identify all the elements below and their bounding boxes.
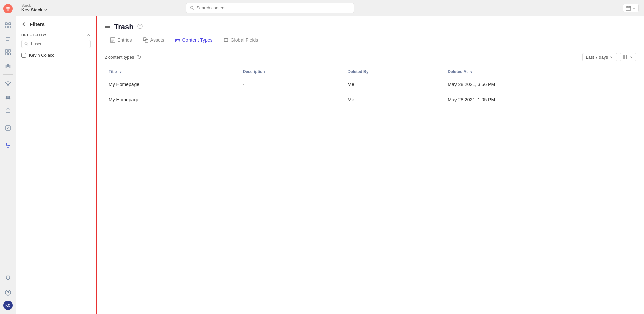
- col-deleted-by: Deleted By: [343, 67, 444, 77]
- nav-bell-icon[interactable]: [2, 272, 14, 284]
- filter-back-button[interactable]: [21, 22, 27, 27]
- col-description: Description: [239, 67, 344, 77]
- data-table: Title ∨ Description Deleted By Deleted A…: [105, 67, 636, 107]
- svg-point-17: [7, 98, 8, 99]
- topbar-brand: Stack Kev Stack: [21, 4, 48, 12]
- svg-point-11: [8, 53, 11, 55]
- cell-title: My Homepage: [105, 92, 239, 107]
- assets-tab-icon: [143, 37, 148, 43]
- table-area: 2 content types ↻ Last 7 days: [97, 47, 644, 113]
- search-icon: [190, 6, 194, 10]
- nav-entries-icon[interactable]: [2, 33, 14, 45]
- tab-assets[interactable]: Assets: [138, 33, 170, 47]
- table-row[interactable]: My Homepage - Me May 28 2021, 1:05 PM: [105, 92, 636, 107]
- cell-deleted-by: Me: [343, 77, 444, 92]
- svg-rect-8: [5, 50, 8, 52]
- dropdown-chevron-icon: [632, 6, 636, 10]
- page-header: Trash: [97, 16, 644, 32]
- topbar-actions: [623, 4, 639, 12]
- hamburger-icon[interactable]: [105, 23, 111, 31]
- days-filter-dropdown[interactable]: Last 7 days: [582, 53, 618, 61]
- svg-rect-10: [5, 53, 8, 55]
- columns-chevron: [630, 55, 633, 59]
- svg-rect-45: [143, 38, 146, 41]
- nav-tasks-icon[interactable]: [2, 122, 14, 134]
- filter-user-checkbox[interactable]: [21, 53, 26, 58]
- svg-rect-4: [9, 26, 11, 28]
- nav-content-types-icon[interactable]: [2, 46, 14, 58]
- columns-icon: [623, 54, 628, 60]
- deleted-at-sort-icon: ∨: [470, 70, 472, 74]
- table-row[interactable]: My Homepage - Me May 28 2021, 3:56 PM: [105, 77, 636, 92]
- columns-button[interactable]: [620, 53, 636, 61]
- nav-bottom: KC: [2, 271, 14, 310]
- table-toolbar-right: Last 7 days: [582, 53, 636, 61]
- nav-apps-icon[interactable]: [2, 91, 14, 103]
- tab-content-types[interactable]: Content Types: [170, 33, 218, 47]
- svg-point-40: [140, 25, 140, 26]
- col-title[interactable]: Title ∨: [105, 67, 239, 77]
- svg-rect-48: [623, 55, 625, 59]
- left-nav: KC: [0, 0, 16, 314]
- svg-point-13: [6, 97, 7, 98]
- brand-name: Stack: [21, 4, 48, 7]
- svg-rect-50: [627, 55, 628, 59]
- nav-dashboard-icon[interactable]: [2, 19, 14, 32]
- svg-rect-1: [5, 23, 7, 25]
- app-logo[interactable]: [3, 4, 13, 15]
- title-sort-icon: ∨: [119, 70, 122, 74]
- workspace-switcher[interactable]: Kev Stack: [21, 7, 48, 12]
- filter-header: Filters: [21, 21, 91, 27]
- nav-divider-2: [3, 119, 13, 119]
- svg-point-16: [6, 98, 7, 99]
- svg-point-14: [7, 97, 8, 98]
- page-info-icon[interactable]: [137, 24, 143, 30]
- cell-description: -: [239, 92, 344, 107]
- svg-point-26: [8, 294, 8, 294]
- nav-divider-3: [3, 137, 13, 137]
- svg-line-34: [27, 44, 28, 45]
- tabs-bar: Entries Assets Content Types: [97, 33, 644, 47]
- svg-point-12: [8, 85, 8, 86]
- nav-stack-icon[interactable]: [2, 60, 14, 72]
- nav-upload-icon[interactable]: [2, 104, 14, 116]
- page-main: Trash: [97, 16, 644, 314]
- table-refresh-button[interactable]: ↻: [137, 54, 141, 60]
- nav-filter-icon[interactable]: [2, 140, 14, 152]
- page-title: Trash: [114, 23, 134, 32]
- days-dropdown-chevron: [609, 55, 613, 59]
- tab-entries[interactable]: Entries: [105, 33, 138, 47]
- svg-rect-49: [625, 55, 626, 59]
- calendar-button[interactable]: [623, 4, 639, 12]
- svg-rect-29: [626, 6, 631, 10]
- cell-title: My Homepage: [105, 77, 239, 92]
- global-fields-tab-icon: [223, 37, 229, 43]
- main-wrapper: Stack Kev Stack: [16, 0, 644, 314]
- tab-global-fields[interactable]: Global Fields: [218, 33, 264, 47]
- table-count: 2 content types: [105, 55, 134, 60]
- col-deleted-at[interactable]: Deleted At ∨: [444, 67, 636, 77]
- content-area: Filters DELETED BY Kevin Colaco: [16, 16, 644, 314]
- nav-help-icon[interactable]: [2, 287, 14, 299]
- filter-user-item: Kevin Colaco: [21, 51, 91, 59]
- search-input[interactable]: [196, 5, 350, 10]
- filter-collapse-icon[interactable]: [86, 33, 91, 37]
- cell-description: -: [239, 77, 344, 92]
- search-input-wrap[interactable]: [186, 3, 354, 13]
- cell-deleted-by: Me: [343, 92, 444, 107]
- svg-point-27: [190, 6, 193, 9]
- filter-user-search-input[interactable]: [30, 42, 88, 46]
- svg-line-28: [193, 8, 194, 10]
- topbar-search-area: [186, 3, 354, 13]
- svg-point-15: [9, 97, 10, 98]
- table-header: Title ∨ Description Deleted By Deleted A…: [105, 67, 636, 77]
- svg-point-24: [8, 145, 9, 146]
- svg-point-23: [6, 144, 7, 145]
- svg-point-18: [9, 98, 10, 99]
- filter-search-icon: [24, 42, 28, 46]
- nav-wifi-icon[interactable]: [2, 77, 14, 89]
- table-toolbar: 2 content types ↻ Last 7 days: [105, 53, 636, 61]
- cell-deleted-at: May 28 2021, 1:05 PM: [444, 92, 636, 107]
- user-avatar[interactable]: KC: [3, 301, 13, 310]
- filter-search-wrap[interactable]: [21, 40, 91, 48]
